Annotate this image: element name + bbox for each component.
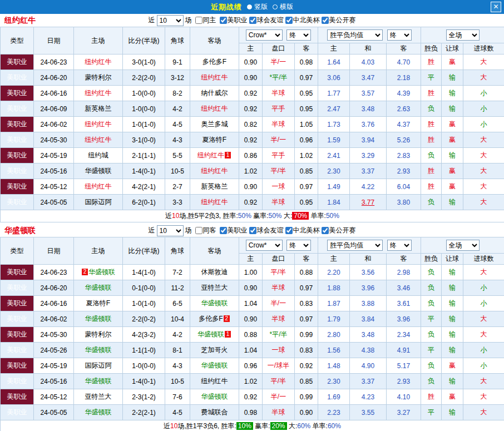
odds-state-select[interactable]: 终	[387, 240, 412, 251]
league-checkbox[interactable]	[285, 227, 293, 234]
odds-home: 1.77	[318, 86, 350, 101]
league-cell: 美职业	[1, 70, 34, 86]
corner-cell: 4-3	[165, 358, 190, 374]
odds-draw: 3.48	[350, 101, 387, 117]
team-section-away: 华盛顿联 近 10 场 同客 美职业球会友谊中北美杯美公开赛	[0, 224, 504, 431]
date-cell: 24-05-19	[34, 358, 74, 374]
corner-cell: 8-2	[165, 86, 190, 101]
ah-line: 半/一	[263, 55, 295, 70]
ah-home-odds: 0.92	[239, 101, 263, 117]
league-checkbox[interactable]	[220, 17, 227, 24]
ah-away-odds: 0.90	[295, 405, 318, 420]
odds-state-select[interactable]: 终	[387, 29, 412, 41]
result-handicap: 输	[442, 405, 463, 420]
odds-type-select[interactable]: 胜平负均值	[327, 29, 383, 41]
summary-segment: 50%	[326, 212, 339, 220]
league-filter[interactable]: 美公开赛	[322, 226, 356, 235]
summary-segment: 赢率:	[253, 422, 270, 430]
score-cell: 2-1(1-1)	[123, 148, 165, 164]
result-wdl: 平	[421, 405, 442, 420]
league-filter[interactable]: 中北美杯	[285, 226, 320, 235]
away-team-cell: 奥兰多城	[190, 117, 239, 132]
league-checkbox[interactable]	[285, 17, 293, 24]
team-name: 华盛顿联	[85, 346, 112, 354]
team-name: 纽约城	[88, 151, 108, 159]
league-checkbox[interactable]	[249, 227, 256, 234]
league-checkbox[interactable]	[249, 17, 256, 24]
same-venue-filter[interactable]: 同主	[195, 16, 216, 25]
col-home: 主场	[74, 237, 123, 265]
league-filter[interactable]: 球会友谊	[249, 16, 284, 25]
odds-type-select[interactable]: 胜平负均值	[327, 240, 383, 251]
ah-home-odds: 0.90	[239, 70, 263, 86]
team-name: 纽约红牛	[85, 136, 112, 143]
league-checkbox[interactable]	[220, 227, 227, 234]
odds-draw: 3.29	[350, 148, 387, 164]
ah-home-odds: 0.92	[239, 389, 263, 405]
league-cell: 美职业	[1, 265, 34, 280]
bookmaker-select[interactable]: Crow*	[246, 29, 283, 41]
ah-line: 一球	[263, 343, 295, 358]
ah-away-odds: 1.02	[295, 148, 318, 164]
result-handicap: 输	[442, 311, 463, 327]
league-filter[interactable]: 美职业	[220, 16, 248, 25]
handicap-state-select[interactable]: 终	[286, 29, 311, 41]
summary-segment: 单率:	[309, 212, 326, 220]
score-cell: 1-0(0-0)	[123, 358, 165, 374]
ah-away-odds: 0.95	[295, 101, 318, 117]
odds-home: 2.23	[318, 405, 350, 420]
result-group-header: 全场	[421, 27, 504, 43]
ah-home-odds: 1.02	[239, 164, 263, 179]
subcol-ah-home: 主	[239, 254, 263, 265]
close-button[interactable]: ✕	[491, 2, 501, 12]
league-cell: 美职业	[1, 195, 34, 210]
odds-away: 2.93	[387, 164, 421, 179]
layout-option-vertical[interactable]: 竖版	[247, 2, 268, 12]
same-venue-checkbox[interactable]	[195, 17, 202, 24]
col-score: 比分(半场)	[123, 27, 165, 55]
league-filter[interactable]: 中北美杯	[285, 16, 320, 25]
result-handicap: 输	[442, 327, 463, 343]
odds-home: 2.30	[318, 374, 350, 389]
away-team-cell: 费城联合	[190, 405, 239, 420]
layout-option-horizontal[interactable]: 横版	[273, 2, 293, 12]
league-cell: 美职业	[1, 296, 34, 311]
league-checkbox[interactable]	[322, 227, 329, 234]
summary-segment: 60%	[297, 422, 310, 430]
same-venue-filter[interactable]: 同客	[195, 226, 216, 235]
match-count-select[interactable]: 10	[157, 225, 184, 236]
odds-home: 1.88	[318, 280, 350, 296]
league-checkbox[interactable]	[322, 17, 329, 24]
league-checkbox-label: 美公开赛	[329, 16, 356, 25]
home-team-cell: 纽约红牛	[74, 55, 123, 70]
same-venue-checkbox[interactable]	[195, 227, 202, 234]
league-filter[interactable]: 球会友谊	[249, 226, 284, 235]
home-team-cell: 华盛顿联	[74, 280, 123, 296]
odds-home: 2.41	[318, 148, 350, 164]
league-checkbox-label: 中北美杯	[293, 226, 320, 235]
result-wdl: 平	[421, 311, 442, 327]
handicap-state-select[interactable]: 终	[286, 240, 311, 251]
score-cell: 3-1(0-0)	[123, 132, 165, 148]
scope-select[interactable]: 全场	[446, 240, 480, 251]
subcol-ah-home: 主	[239, 43, 263, 55]
scope-select[interactable]: 全场	[446, 29, 480, 41]
result-wdl: 胜	[421, 55, 442, 70]
subcol-odds-away: 客	[387, 43, 421, 55]
team-name: 华盛顿联	[88, 268, 115, 276]
result-wdl: 胜	[421, 86, 442, 101]
bookmaker-select[interactable]: Crow*	[246, 240, 283, 251]
home-team-cell: 纽约城	[74, 148, 123, 164]
table-row: 美职业24-05-19纽约城2-1(1-1)5-5纽约红牛10.86平手1.02…	[1, 148, 504, 164]
match-count-select[interactable]: 10	[157, 15, 184, 26]
subcol-odds-home: 主	[318, 254, 350, 265]
result-handicap: 输	[442, 148, 463, 164]
league-filter[interactable]: 美职业	[220, 226, 248, 235]
date-cell: 24-05-16	[34, 374, 74, 389]
subcol-goals: 进球数	[463, 43, 504, 55]
ah-home-odds: 1.00	[239, 265, 263, 280]
ah-line: 平/半	[263, 374, 295, 389]
score-cell: 2-2(2-1)	[123, 405, 165, 420]
ah-away-odds: 0.99	[295, 389, 318, 405]
league-filter[interactable]: 美公开赛	[322, 16, 356, 25]
